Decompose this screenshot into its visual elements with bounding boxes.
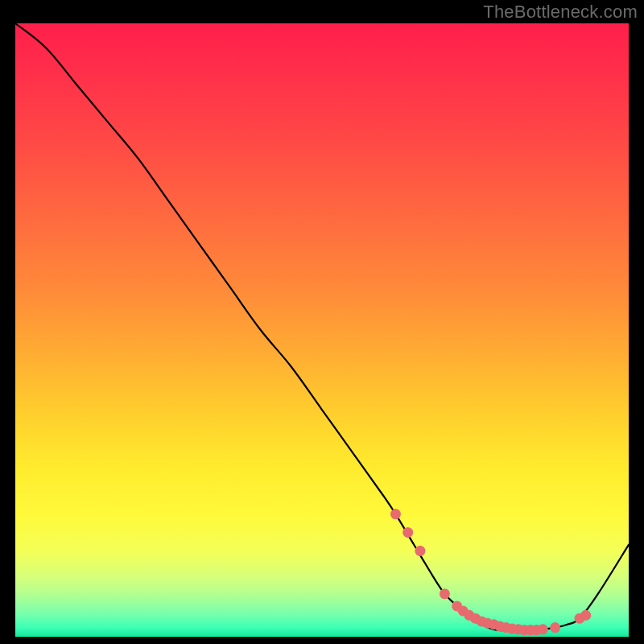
trough-dot [415,546,425,556]
attribution-text: TheBottleneck.com [483,2,638,23]
trough-dot [538,624,548,634]
curve-svg [15,23,629,637]
trough-dots [390,509,591,635]
bottleneck-curve [15,23,629,631]
trough-dot [550,622,560,633]
plot-area [15,23,629,637]
trough-dot [390,509,401,519]
trough-dot [580,610,591,621]
trough-dot [402,527,413,538]
trough-dot [440,588,450,599]
